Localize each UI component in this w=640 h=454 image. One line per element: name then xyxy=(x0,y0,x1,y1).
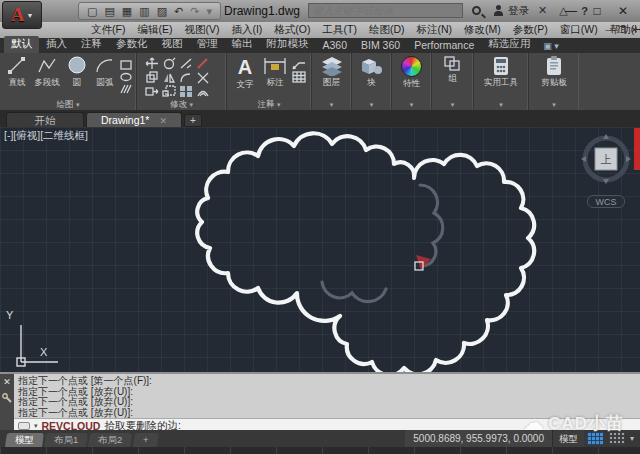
menu-modify[interactable]: 修改(M) xyxy=(459,23,506,37)
tool-clipboard[interactable]: 剪贴板 xyxy=(532,56,576,89)
minimize-button[interactable]: — xyxy=(558,0,584,22)
ribbon-tab-annotate[interactable]: 注释 xyxy=(74,36,109,53)
menu-edit[interactable]: 编辑(E) xyxy=(132,23,177,37)
menu-parametric[interactable]: 参数(P) xyxy=(508,23,553,37)
erase-tool-icon[interactable] xyxy=(194,56,211,70)
menu-format[interactable]: 格式(O) xyxy=(269,23,315,37)
coordinates-display[interactable]: 5000.8689, 955.9973, 0.0000 xyxy=(405,430,552,447)
hatch-tool-icon[interactable] xyxy=(119,83,133,95)
rectangle-tool-icon[interactable] xyxy=(119,59,133,71)
panel-label-annotate[interactable]: 注释 ▾ xyxy=(227,98,311,110)
sign-in-button[interactable]: 登录 xyxy=(508,4,529,18)
exchange-x-icon[interactable]: ✕ xyxy=(535,3,550,18)
ellipse-tool-icon[interactable] xyxy=(119,71,133,83)
offset-tool-icon[interactable] xyxy=(194,84,211,98)
ribbon-tab-parametric[interactable]: 参数化 xyxy=(109,36,155,53)
move-tool-icon[interactable] xyxy=(143,56,160,70)
redo-icon[interactable]: ↷ xyxy=(190,3,199,19)
ribbon-tab-bim360[interactable]: BIM 360 xyxy=(354,38,407,53)
rotate-tool-icon[interactable] xyxy=(160,56,177,70)
save-icon[interactable]: ▦ xyxy=(122,3,132,19)
ribbon-tab-manage[interactable]: 管理 xyxy=(190,36,225,53)
fillet-tool-icon[interactable] xyxy=(177,70,194,84)
stretch-tool-icon[interactable] xyxy=(143,84,160,98)
tool-line[interactable]: 直线 xyxy=(3,56,31,89)
viewcube-top-face[interactable]: 上 xyxy=(595,148,617,170)
file-tab-drawing1[interactable]: Drawing1*✕ xyxy=(86,112,182,127)
maximize-button[interactable]: □ xyxy=(584,0,610,22)
table-tool-icon[interactable] xyxy=(291,71,307,83)
close-button[interactable]: ✕ xyxy=(610,0,636,22)
search-icon[interactable] xyxy=(469,3,484,18)
drawing-canvas[interactable]: [-][俯视][二维线框] Y X xyxy=(0,127,640,372)
command-dropdown-icon[interactable]: ▾ xyxy=(34,422,38,430)
menu-file[interactable]: 文件(F) xyxy=(86,23,130,37)
menu-window[interactable]: 窗口(W) xyxy=(555,23,603,37)
mdi-minimize-icon[interactable]: — xyxy=(605,25,614,35)
ribbon-tab-performance[interactable]: Performance xyxy=(407,38,481,53)
layout-tab-layout2[interactable]: 布局2 xyxy=(88,433,132,447)
copy-tool-icon[interactable] xyxy=(143,70,160,84)
application-menu-button[interactable]: A ▼ xyxy=(2,1,42,29)
explode-tool-icon[interactable] xyxy=(194,70,211,84)
menu-draw[interactable]: 绘图(D) xyxy=(364,23,410,37)
new-file-icon[interactable]: ▢ xyxy=(87,3,97,19)
tool-arc[interactable]: 圆弧 xyxy=(91,56,119,89)
mdi-close-icon[interactable]: ✕ xyxy=(630,25,638,35)
undo-icon[interactable]: ↶ xyxy=(174,3,183,19)
status-dropdown-icon[interactable]: ▾ xyxy=(630,434,634,443)
mdi-restore-icon[interactable]: ❐ xyxy=(618,25,626,35)
scale-tool-icon[interactable] xyxy=(160,84,177,98)
ribbon-tab-output[interactable]: 输出 xyxy=(225,36,260,53)
ribbon-tab-view[interactable]: 视图 xyxy=(155,36,190,53)
save-as-icon[interactable]: ▥ xyxy=(139,3,149,19)
tool-circle[interactable]: 圆 xyxy=(63,56,91,89)
panel-label-utilities[interactable]: ▾ xyxy=(474,98,528,110)
tool-block[interactable]: 块 xyxy=(355,56,389,89)
ribbon-tab-addins[interactable]: 附加模块 xyxy=(260,36,316,53)
trim-tool-icon[interactable] xyxy=(177,56,194,70)
layout-tab-model[interactable]: 模型 xyxy=(5,433,44,447)
array-tool-icon[interactable] xyxy=(177,84,194,98)
panel-label-block[interactable]: ▾ xyxy=(352,98,391,110)
plot-icon[interactable]: ▨ xyxy=(157,3,167,19)
panel-label-group[interactable]: ▾ xyxy=(432,98,473,110)
tool-utilities[interactable]: 实用工具 xyxy=(477,56,525,89)
tool-text[interactable]: A 文字 xyxy=(231,56,259,91)
qat-dropdown-icon[interactable]: ▾ xyxy=(206,3,212,19)
menu-tools[interactable]: 工具(T) xyxy=(318,23,362,37)
panel-label-modify[interactable]: 修改 ▾ xyxy=(137,98,226,110)
file-tab-start[interactable]: 开始 xyxy=(6,112,84,127)
ribbon-tab-home[interactable]: 默认 xyxy=(4,36,39,53)
ribbon-tab-a360[interactable]: A360 xyxy=(316,38,355,53)
tool-group[interactable]: 组 xyxy=(436,56,470,85)
tool-layers[interactable]: 图层 xyxy=(315,56,349,89)
wcs-button[interactable]: WCS xyxy=(587,195,625,208)
mirror-tool-icon[interactable] xyxy=(160,70,177,84)
tool-polyline[interactable]: 多段线 xyxy=(31,56,63,89)
layout-tab-layout1[interactable]: 布局1 xyxy=(44,433,88,447)
new-layout-button[interactable]: + xyxy=(133,433,159,447)
panel-label-draw[interactable]: 绘图 ▾ xyxy=(0,98,136,110)
close-tab-icon[interactable]: ✕ xyxy=(159,116,167,126)
panel-label-clipboard[interactable]: ▾ xyxy=(529,98,579,110)
search-input[interactable] xyxy=(308,3,463,18)
new-tab-button[interactable]: + xyxy=(184,114,202,127)
close-command-icon[interactable]: ✕ xyxy=(3,377,11,387)
tool-properties[interactable]: 特性 xyxy=(395,56,429,90)
open-file-icon[interactable]: ▤ xyxy=(104,3,114,19)
ribbon-tab-featured-apps[interactable]: 精选应用 xyxy=(481,36,537,53)
snap-mode-toggle-icon[interactable] xyxy=(609,432,625,445)
leader-tool-icon[interactable] xyxy=(291,59,307,71)
user-icon[interactable] xyxy=(490,3,505,18)
viewcube[interactable]: 上 WCS xyxy=(578,133,634,211)
revision-cloud[interactable] xyxy=(197,133,534,372)
ribbon-options-icon[interactable]: ▣ ▾ xyxy=(537,41,565,53)
grid-display-toggle-icon[interactable] xyxy=(587,432,603,445)
panel-label-properties[interactable]: ▾ xyxy=(392,98,431,110)
ribbon-tab-insert[interactable]: 插入 xyxy=(39,36,74,53)
menu-view[interactable]: 视图(V) xyxy=(179,23,224,37)
menu-dimension[interactable]: 标注(N) xyxy=(412,23,458,37)
menu-insert[interactable]: 插入(I) xyxy=(226,23,267,37)
tool-dimension[interactable]: 标注 xyxy=(259,56,291,89)
